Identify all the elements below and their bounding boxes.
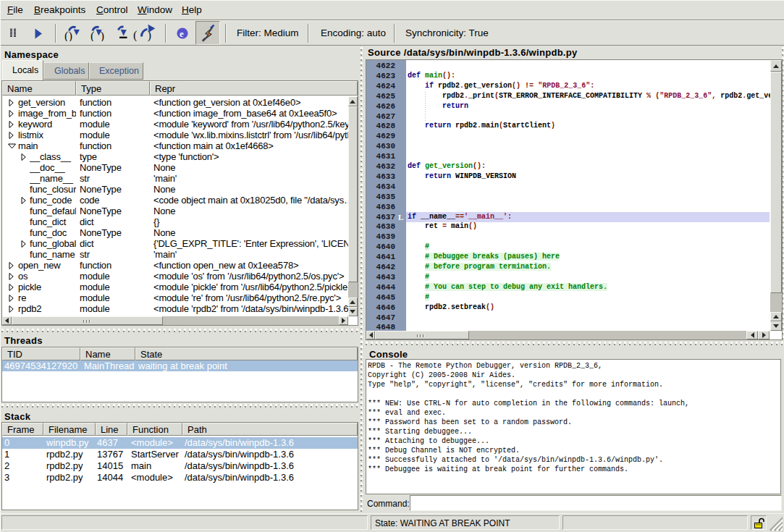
svg-text:(: ( bbox=[133, 28, 138, 41]
svg-text:e: e bbox=[180, 28, 184, 39]
